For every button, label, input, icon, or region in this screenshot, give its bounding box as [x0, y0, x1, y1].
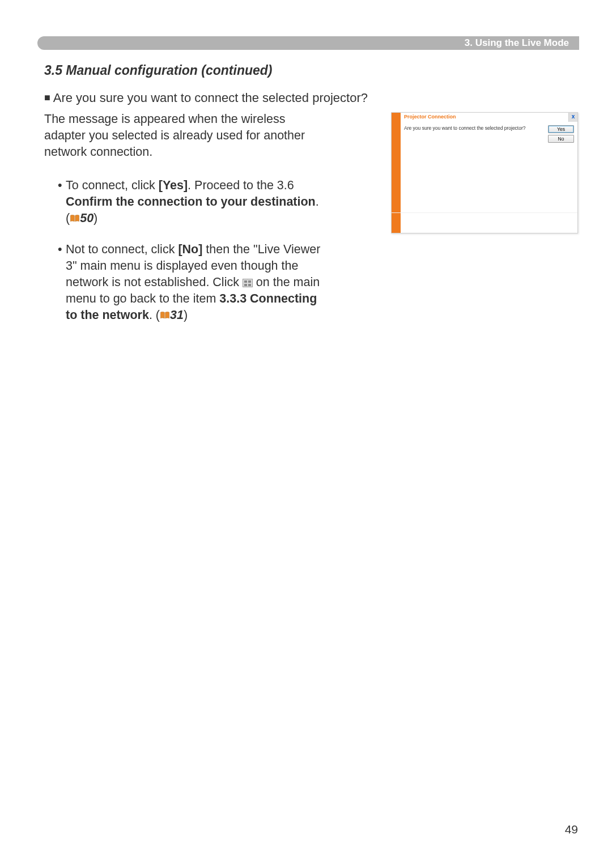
no-button[interactable]: No	[548, 135, 574, 143]
yes-label: [Yes]	[159, 178, 188, 192]
dialog-sidebar-accent	[392, 213, 401, 233]
book-icon	[160, 308, 170, 316]
two-column-layout: The message is appeared when the wireles…	[44, 111, 578, 338]
page-number: 49	[565, 823, 578, 836]
dialog-title: Projector Connection	[401, 113, 568, 122]
bullet-dot: •	[58, 177, 66, 227]
question-line: ■ Are you sure you want to connect the s…	[44, 91, 578, 105]
dialog-titlebar: Projector Connection x	[392, 113, 577, 122]
dialog-footer-main	[401, 213, 577, 233]
chapter-header-text: 3. Using the Live Mode	[465, 37, 569, 49]
dialog-body: Are you sure you want to connect the sel…	[392, 122, 577, 212]
bullet-1-text: To connect, click [Yes]. Proceed to the …	[66, 177, 322, 227]
dialog-footer	[392, 212, 577, 233]
dialog-question: Are you sure you want to connect the sel…	[404, 125, 545, 209]
menu-grid-icon	[243, 279, 253, 287]
page-ref-31: 31	[170, 308, 184, 322]
intro-paragraph: The message is appeared when the wireles…	[44, 111, 322, 160]
book-icon	[70, 211, 80, 219]
section-title: 3.5 Manual configuration (continued)	[44, 63, 273, 78]
dialog-main: Are you sure you want to connect the sel…	[401, 122, 577, 212]
bullet-item-1: • To connect, click [Yes]. Proceed to th…	[58, 177, 322, 227]
dialog-accent-tab	[392, 113, 401, 122]
bullet-2-text: Not to connect, click [No] then the "Liv…	[66, 241, 322, 324]
dialog-sidebar-accent	[392, 122, 401, 212]
bullet-dot: •	[58, 241, 66, 324]
projector-connection-dialog: Projector Connection x Are you sure you …	[391, 112, 578, 233]
text-column: The message is appeared when the wireles…	[44, 111, 322, 338]
question-text: Are you sure you want to connect the sel…	[50, 91, 368, 105]
dialog-button-stack: Yes No	[548, 125, 574, 209]
page-body: ■ Are you sure you want to connect the s…	[44, 91, 578, 338]
confirm-ref: Confirm the connection to your destinati…	[66, 195, 316, 209]
yes-button[interactable]: Yes	[548, 125, 574, 133]
close-icon[interactable]: x	[568, 113, 577, 122]
bullet-square-icon: ■	[44, 92, 50, 104]
chapter-header-bar: 3. Using the Live Mode	[37, 36, 579, 50]
bullet-list: • To connect, click [Yes]. Proceed to th…	[44, 177, 322, 324]
bullet-item-2: • Not to connect, click [No] then the "L…	[58, 241, 322, 324]
dialog-image-column: Projector Connection x Are you sure you …	[333, 111, 578, 338]
no-label: [No]	[178, 242, 202, 256]
page-ref-50: 50	[80, 211, 94, 225]
